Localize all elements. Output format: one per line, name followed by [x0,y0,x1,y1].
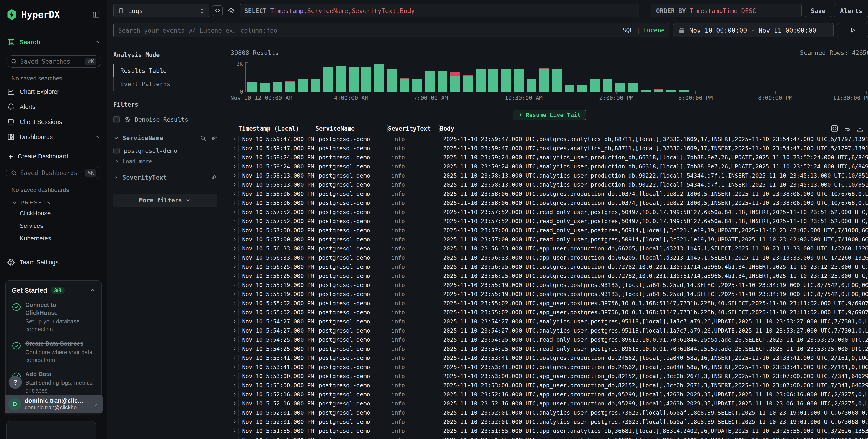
histogram-bar[interactable] [842,62,855,92]
table-row[interactable]: Nov 10 5:58:06.000 PMpostgresql-demoinfo… [231,189,868,198]
get-started-step[interactable]: Add Data Start sending logs, metrics, or… [11,367,96,398]
histogram-bar[interactable] [258,62,271,92]
histogram-bar[interactable] [589,62,601,92]
histogram-bar[interactable] [411,62,424,92]
histogram-bar[interactable] [576,62,589,92]
create-dashboard-button[interactable]: Create Dashboard [5,149,102,164]
table-row[interactable]: Nov 10 5:55:02.000 PMpostgresql-demoinfo… [231,299,868,308]
sidebar-item-dashboards[interactable]: Dashboards [5,129,102,145]
load-more-button[interactable]: Load more [113,157,217,165]
saved-dashboards-input[interactable]: Saved Dashboards ⌘K [6,167,101,179]
table-row[interactable]: Nov 10 5:56:25.000 PMpostgresql-demoinfo… [231,271,868,280]
histogram-bar[interactable] [513,62,525,92]
table-row[interactable]: Nov 10 5:52:01.000 PMpostgresql-demoinfo… [231,408,868,417]
row-expand-icon[interactable] [231,155,239,160]
table-row[interactable]: Nov 10 5:55:19.000 PMpostgresql-demoinfo… [231,280,868,289]
table-row[interactable]: Nov 10 5:58:13.000 PMpostgresql-demoinfo… [231,180,868,189]
preset-services[interactable]: Services [5,220,102,232]
histogram-bar[interactable] [309,62,322,92]
table-row[interactable]: Nov 10 5:54:27.000 PMpostgresql-demoinfo… [231,326,868,335]
orderby-input[interactable]: ORDER BY TimestampTime DESC [651,4,802,17]
table-row[interactable]: Nov 10 5:59:24.000 PMpostgresql-demoinfo… [231,162,868,171]
preset-kubernetes[interactable]: Kubernetes [5,232,102,245]
histogram-bar[interactable] [436,62,449,92]
histogram-bar[interactable] [792,62,804,92]
table-row[interactable]: Nov 10 5:55:19.000 PMpostgresql-demoinfo… [231,289,868,299]
sidebar-item-search[interactable]: Search [5,35,102,50]
histogram-bar[interactable] [753,62,766,92]
histogram-bar[interactable] [640,62,652,92]
sidebar-item-team-settings[interactable]: Team Settings [5,255,102,270]
table-row[interactable]: Nov 10 5:52:16.000 PMpostgresql-demoinfo… [231,390,868,399]
table-row[interactable]: Nov 10 5:53:00.000 PMpostgresql-demoinfo… [231,372,868,381]
table-row[interactable]: Nov 10 5:57:52.000 PMpostgresql-demoinfo… [231,208,868,217]
table-row[interactable]: Nov 10 5:59:47.000 PMpostgresql-demoinfo… [231,144,868,153]
histogram-bar[interactable] [424,62,436,92]
histogram-bar[interactable] [373,62,385,92]
table-row[interactable]: Nov 10 5:56:33.000 PMpostgresql-demoinfo… [231,253,868,262]
histogram-bars[interactable] [246,62,868,92]
histogram-bar[interactable] [246,62,258,92]
histogram-bar[interactable] [627,62,640,92]
row-expand-icon[interactable] [231,374,239,378]
pin-icon[interactable] [211,135,217,141]
table-row[interactable]: Nov 10 5:53:41.000 PMpostgresql-demoinfo… [231,353,868,363]
table-row[interactable]: Nov 10 5:57:00.000 PMpostgresql-demoinfo… [231,226,868,235]
row-expand-icon[interactable] [231,346,239,351]
histogram-bar[interactable] [449,62,462,92]
facet-search-icon[interactable] [200,135,207,141]
column-resize-handle[interactable] [303,125,303,132]
histogram-bar[interactable] [817,62,830,92]
row-expand-icon[interactable] [231,283,239,287]
row-expand-icon[interactable] [231,355,239,360]
presets-section-toggle[interactable]: PRESETS [5,196,102,207]
histogram-bar[interactable] [525,62,538,92]
histogram-bar[interactable] [741,62,753,92]
row-expand-icon[interactable] [231,264,239,269]
histogram-bar[interactable] [715,62,728,92]
preset-clickhouse[interactable]: ClickHouse [5,207,102,220]
histogram-bar[interactable] [474,62,487,92]
histogram-bar[interactable] [728,62,741,92]
histogram-bar[interactable] [322,62,335,92]
histogram-bar[interactable] [347,62,360,92]
row-expand-icon[interactable] [231,219,239,223]
row-expand-icon[interactable] [231,301,239,306]
column-header-body[interactable]: Body [440,125,831,132]
column-header-severitytext[interactable]: SeverityText [388,125,440,132]
events-histogram[interactable]: 2K 0 [231,62,868,92]
table-row[interactable]: Nov 10 5:54:25.000 PMpostgresql-demoinfo… [231,344,868,353]
row-expand-icon[interactable] [231,292,239,296]
histogram-bar[interactable] [500,62,513,92]
denoise-results-toggle[interactable]: Denoise Results [113,114,217,125]
facet-servicename-header[interactable]: ServiceName [113,134,217,142]
histogram-bar[interactable] [385,62,398,92]
row-expand-icon[interactable] [231,401,239,406]
histogram-bar[interactable] [462,62,474,92]
mode-event-patterns[interactable]: Event Patterns [113,77,217,91]
edit-sql-button[interactable] [212,5,223,16]
search-input[interactable]: Search your events w/ Lucene ex. column:… [113,23,670,37]
facet-option-checkbox[interactable] [113,148,120,154]
row-expand-icon[interactable] [231,419,239,424]
sidebar-item-client-sessions[interactable]: Client Sessions [5,115,102,129]
table-row[interactable]: Nov 10 5:58:06.000 PMpostgresql-demoinfo… [231,198,868,208]
get-started-step[interactable]: Create Data Sources Configure where your… [11,337,96,367]
histogram-bar[interactable] [297,62,309,92]
get-started-step[interactable]: Connect to ClickHouse Set up your databa… [11,298,96,337]
histogram-bar[interactable] [398,62,411,92]
sidebar-item-chart-explorer[interactable]: Chart Explorer [5,84,102,99]
help-button[interactable]: ? [9,376,22,389]
column-header-servicename[interactable]: ServiceName [315,125,388,132]
histogram-bar[interactable] [284,62,297,92]
histogram-bar[interactable] [652,62,665,92]
row-expand-icon[interactable] [231,328,239,333]
table-row[interactable]: Nov 10 5:54:27.000 PMpostgresql-demoinfo… [231,317,868,326]
wrap-text-icon[interactable] [843,125,851,132]
table-row[interactable]: Nov 10 5:53:41.000 PMpostgresql-demoinfo… [231,363,868,372]
sidebar-collapse-icon[interactable] [91,9,101,20]
row-expand-icon[interactable] [231,383,239,387]
row-expand-icon[interactable] [231,191,239,196]
histogram-bar[interactable] [855,62,868,92]
row-expand-icon[interactable] [231,274,239,278]
